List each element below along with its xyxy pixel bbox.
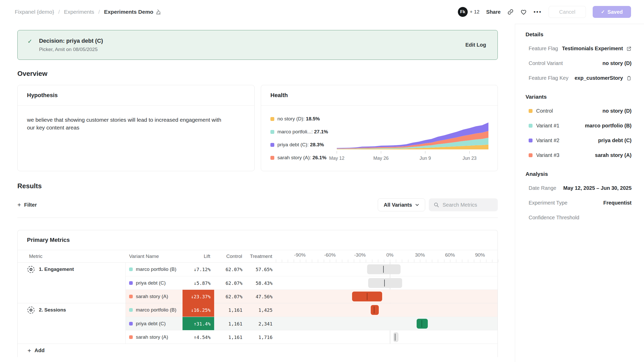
table-row[interactable]: sarah story (A) ↑4.54% 1,161 1,716 — [126, 330, 498, 344]
table-row[interactable]: priya debt (C) ↑31.4% 1,161 2,341 — [126, 317, 498, 330]
lift-cell: ↓23.37% — [183, 290, 214, 303]
primary-metrics-title: Primary Metrics — [18, 230, 498, 250]
treatment-cell: 2,341 — [244, 317, 275, 330]
breadcrumb-project[interactable]: Fixpanel {demo} — [15, 9, 54, 15]
table-row[interactable]: marco portfolio (B) ↓7.12% 62.07% 57.65% — [126, 263, 498, 276]
variant-swatch — [529, 153, 533, 157]
table-header: Metric Variant Name Lift Control Treatme… — [18, 250, 498, 262]
cancel-button[interactable]: Cancel — [549, 6, 586, 18]
axis-minor-tick — [456, 259, 456, 262]
metric-name[interactable]: 1. Engagement — [18, 263, 125, 276]
share-button[interactable]: Share — [486, 9, 501, 15]
confidence-interval-cell — [275, 263, 498, 276]
axis-minor-tick — [372, 259, 372, 262]
breadcrumb: Fixpanel {demo} / Experiments / Experime… — [15, 9, 161, 15]
sidebar-row: Variant #3 sarah story (A) — [526, 148, 632, 163]
confidence-interval-cell — [275, 290, 498, 303]
copy-link-button[interactable] — [507, 9, 514, 15]
row-value[interactable]: Testimonials Experiment — [562, 46, 632, 52]
more-options-button[interactable]: ••• — [534, 9, 542, 15]
axis-minor-tick — [414, 259, 414, 262]
toolbar-divider — [17, 218, 498, 218]
variant-name-cell: priya debt (C) — [126, 276, 183, 290]
avatar[interactable]: Fk — [458, 7, 468, 17]
link-icon — [507, 9, 514, 15]
table-row[interactable]: marco portfolio (B) ↓16.25% 1,161 1,425 — [126, 303, 498, 317]
sidebar-row: Variant #1 marco portfolio (B) — [526, 118, 632, 133]
row-value[interactable]: exp_customerStory — [575, 75, 632, 81]
metric-icon — [27, 307, 34, 314]
axis-minor-tick — [486, 259, 486, 262]
lift-point-marker — [384, 280, 385, 287]
column-control: Control — [214, 250, 244, 262]
search-input[interactable] — [443, 202, 492, 208]
lift-cell: ↓16.25% — [183, 303, 214, 317]
axis-minor-tick — [330, 259, 330, 262]
lift-cell: ↓5.87% — [183, 276, 214, 290]
sidebar-row: Date Range May 12, 2025 – Jun 30, 2025 — [526, 181, 632, 196]
row-value: sarah story (A) — [595, 152, 632, 158]
plus-icon: + — [17, 201, 21, 208]
control-cell: 1,161 — [214, 303, 244, 317]
decision-banner: ✓ Decision: priya debt (C) Picker, Amit … — [17, 30, 498, 60]
details-sidebar: Details Feature Flag Testimonials Experi… — [515, 24, 644, 362]
axis-minor-tick — [426, 259, 426, 262]
x-tick-label: Jun 23 — [463, 156, 477, 161]
sidebar-section-details: Details Feature Flag Testimonials Experi… — [526, 31, 632, 85]
axis-label: 0% — [386, 252, 393, 258]
axis-minor-tick — [468, 259, 468, 262]
axis-minor-tick — [306, 259, 306, 262]
table-row[interactable]: sarah story (A) ↓23.37% 62.07% 47.56% — [126, 289, 498, 303]
row-label: Control Variant — [529, 60, 563, 66]
edit-log-button[interactable]: Edit Log — [465, 42, 486, 48]
axis-label: -30% — [354, 252, 366, 258]
table-row[interactable]: priya debt (C) ↓5.87% 62.07% 58.43% — [126, 276, 498, 289]
copy-icon[interactable] — [626, 76, 632, 81]
variant-swatch — [529, 124, 533, 128]
axis-minor-tick — [390, 259, 390, 262]
control-cell: 1,161 — [214, 317, 244, 330]
variants-dropdown[interactable]: All Variants — [378, 198, 425, 211]
primary-metrics-card: Primary Metrics Metric Variant Name Lift… — [17, 230, 498, 357]
saved-button[interactable]: ✓ Saved — [593, 6, 631, 18]
row-label: Control — [529, 108, 553, 114]
metric-name[interactable]: 2. Sessions — [18, 303, 125, 317]
axis-label: 30% — [415, 252, 425, 258]
external-link-icon[interactable] — [626, 46, 632, 51]
microscope-icon — [156, 9, 161, 15]
section-heading: Variants — [526, 94, 632, 100]
confidence-interval-bar — [417, 319, 428, 329]
axis-minor-tick — [474, 259, 474, 262]
collaborators[interactable]: Fk + 12 — [458, 7, 480, 17]
add-metric-button[interactable]: +Add — [18, 344, 498, 357]
axis-label: -90% — [294, 252, 305, 258]
metrics-search[interactable] — [429, 198, 498, 211]
overview-heading: Overview — [17, 70, 498, 78]
axis-minor-tick — [336, 259, 336, 262]
axis-minor-tick — [396, 259, 396, 262]
metric-group: 1. Engagement marco portfolio (B) ↓7.12%… — [18, 262, 498, 303]
confidence-interval-bar — [371, 305, 379, 315]
row-label: Feature Flag — [529, 46, 558, 52]
row-value: Frequentist — [603, 200, 632, 206]
row-value: priya debt (C) — [598, 137, 632, 143]
axis-minor-tick — [384, 259, 384, 262]
variant-swatch — [129, 335, 133, 339]
x-tick-label: Jun 9 — [419, 156, 431, 161]
health-chart: May 12May 26Jun 9Jun 23 — [337, 116, 490, 161]
axis-minor-tick — [480, 259, 480, 262]
axis-minor-tick — [432, 259, 432, 262]
variant-name-cell: marco portfolio (B) — [126, 263, 183, 276]
heart-icon — [520, 9, 527, 15]
add-filter-button[interactable]: + Filter — [17, 201, 37, 208]
breadcrumb-experiments[interactable]: Experiments — [64, 9, 94, 15]
breadcrumb-current[interactable]: Experiments Demo — [104, 9, 161, 15]
confidence-interval-cell — [275, 303, 498, 317]
variant-swatch — [129, 295, 133, 298]
breadcrumb-separator: / — [58, 9, 60, 15]
health-legend: no story (D): 18.5% marco portfoli...: 2… — [270, 116, 337, 161]
confidence-interval-cell — [275, 317, 498, 330]
lift-point-marker — [374, 307, 374, 314]
row-label: Confidence Threshold — [529, 215, 579, 221]
favorite-button[interactable] — [520, 9, 527, 15]
